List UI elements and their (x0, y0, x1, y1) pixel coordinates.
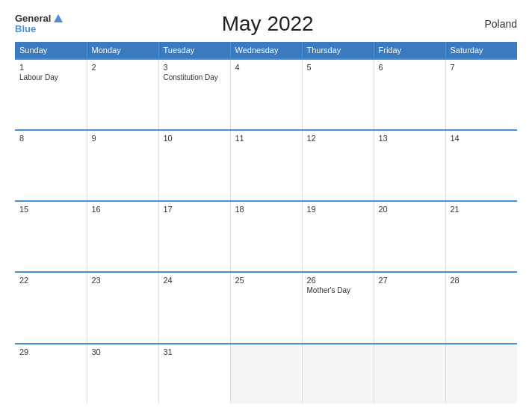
holiday-name: Labour Day (19, 73, 82, 81)
day-number: 19 (307, 205, 369, 214)
day-cell-10: 10 (158, 130, 230, 201)
day-cell-8: 8 (15, 130, 87, 201)
calendar-title: May 2022 (63, 12, 472, 36)
day-cell-25: 25 (230, 272, 302, 343)
day-number: 7 (451, 63, 513, 72)
day-number: 31 (164, 347, 226, 356)
week-row-4: 2223242526Mother's Day2728 (15, 272, 517, 343)
day-cell-28: 28 (445, 272, 517, 343)
logo-general-text: General (15, 13, 51, 24)
calendar-page: General Blue May 2022 Poland SundayMonda… (0, 0, 532, 411)
day-number: 27 (379, 276, 441, 285)
weekday-header-friday: Friday (374, 42, 445, 59)
day-number: 29 (19, 347, 82, 356)
weekday-header-monday: Monday (87, 42, 158, 59)
weekday-header-saturday: Saturday (445, 42, 517, 59)
day-number: 4 (235, 63, 297, 72)
day-cell-3: 3Constitution Day (158, 59, 230, 130)
day-cell-12: 12 (302, 130, 374, 201)
logo-triangle-icon (54, 14, 63, 22)
week-row-3: 15161718192021 (15, 201, 517, 272)
day-number: 23 (92, 276, 154, 285)
day-cell-13: 13 (374, 130, 445, 201)
logo: General Blue (15, 13, 63, 35)
day-number: 30 (92, 347, 154, 356)
weekday-header-tuesday: Tuesday (158, 42, 230, 59)
weekday-header-sunday: Sunday (15, 42, 87, 59)
weekday-header-row: SundayMondayTuesdayWednesdayThursdayFrid… (15, 42, 517, 59)
day-number: 1 (19, 63, 82, 72)
day-number: 3 (164, 63, 226, 72)
day-number: 24 (164, 276, 226, 285)
day-cell-24: 24 (158, 272, 230, 343)
day-cell-18: 18 (230, 201, 302, 272)
day-cell-2: 2 (87, 59, 158, 130)
week-row-1: 1Labour Day23Constitution Day4567 (15, 59, 517, 130)
day-cell-31: 31 (158, 344, 230, 404)
day-number: 9 (92, 134, 154, 143)
empty-cell (374, 344, 445, 404)
day-number: 6 (379, 63, 441, 72)
day-cell-26: 26Mother's Day (302, 272, 374, 343)
day-cell-5: 5 (302, 59, 374, 130)
day-cell-16: 16 (87, 201, 158, 272)
day-cell-7: 7 (445, 59, 517, 130)
country-label: Poland (472, 18, 517, 30)
empty-cell (230, 344, 302, 404)
week-row-5: 293031 (15, 344, 517, 404)
day-cell-11: 11 (230, 130, 302, 201)
weekday-header-wednesday: Wednesday (230, 42, 302, 59)
day-number: 8 (19, 134, 82, 143)
day-cell-15: 15 (15, 201, 87, 272)
day-cell-19: 19 (302, 201, 374, 272)
day-cell-4: 4 (230, 59, 302, 130)
day-cell-17: 17 (158, 201, 230, 272)
day-number: 13 (379, 134, 441, 143)
logo-general: General (15, 13, 63, 24)
day-cell-29: 29 (15, 344, 87, 404)
day-number: 12 (307, 134, 369, 143)
day-number: 28 (451, 276, 513, 285)
day-number: 25 (235, 276, 297, 285)
page-header: General Blue May 2022 Poland (15, 12, 517, 36)
day-cell-21: 21 (445, 201, 517, 272)
empty-cell (302, 344, 374, 404)
day-number: 5 (307, 63, 369, 72)
day-cell-22: 22 (15, 272, 87, 343)
day-number: 21 (451, 205, 513, 214)
day-cell-20: 20 (374, 201, 445, 272)
day-number: 14 (451, 134, 513, 143)
day-number: 20 (379, 205, 441, 214)
day-number: 15 (19, 205, 82, 214)
calendar-table: SundayMondayTuesdayWednesdayThursdayFrid… (15, 42, 517, 404)
day-cell-27: 27 (374, 272, 445, 343)
day-number: 2 (92, 63, 154, 72)
day-cell-14: 14 (445, 130, 517, 201)
week-row-2: 891011121314 (15, 130, 517, 201)
day-cell-9: 9 (87, 130, 158, 201)
weekday-header-thursday: Thursday (302, 42, 374, 59)
day-number: 17 (164, 205, 226, 214)
day-number: 10 (164, 134, 226, 143)
day-number: 11 (235, 134, 297, 143)
day-cell-23: 23 (87, 272, 158, 343)
day-cell-30: 30 (87, 344, 158, 404)
logo-blue-text: Blue (15, 24, 63, 34)
holiday-name: Constitution Day (164, 73, 226, 81)
day-number: 18 (235, 205, 297, 214)
holiday-name: Mother's Day (307, 286, 369, 294)
day-number: 22 (19, 276, 82, 285)
day-cell-1: 1Labour Day (15, 59, 87, 130)
day-number: 26 (307, 276, 369, 285)
day-cell-6: 6 (374, 59, 445, 130)
day-number: 16 (92, 205, 154, 214)
empty-cell (445, 344, 517, 404)
